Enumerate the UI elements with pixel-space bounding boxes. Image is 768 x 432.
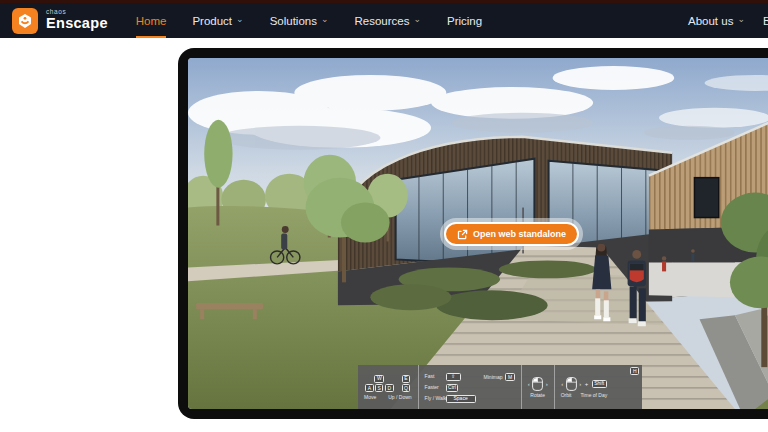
nav-item-label: About us	[688, 15, 733, 27]
chevron-down-icon: ⌄	[321, 14, 329, 24]
rotate-label: Rotate	[530, 393, 545, 398]
open-button-label: Open web standalone	[473, 229, 566, 239]
fly-walk-label: Fly / Walk	[425, 396, 443, 401]
key-q: Q	[402, 384, 411, 392]
mouse-left-button-icon	[566, 377, 577, 391]
viewport-3d-render[interactable]: Open web standalone H W A S D	[188, 58, 768, 409]
nav-item-home[interactable]: Home	[136, 3, 167, 38]
main-navigation: chaos Enscape Home Product ⌄ Solutions ⌄…	[0, 3, 768, 38]
nav-item-pricing[interactable]: Pricing	[447, 3, 482, 38]
nav-item-product[interactable]: Product ⌄	[192, 3, 243, 38]
chaos-logo-icon	[12, 8, 38, 34]
arrow-left-icon: ‹	[561, 381, 563, 387]
chevron-down-icon: ⌄	[737, 14, 745, 24]
arrow-right-icon: ›	[546, 381, 548, 387]
nav-links: Home Product ⌄ Solutions ⌄ Resources ⌄ P…	[136, 3, 482, 38]
logo-wordmark: chaos Enscape	[46, 9, 108, 31]
nav-item-solutions[interactable]: Solutions ⌄	[270, 3, 329, 38]
up-down-label: Up / Down	[388, 395, 411, 400]
open-web-standalone-button[interactable]: Open web standalone	[444, 222, 579, 246]
move-label: Move	[364, 395, 376, 400]
key-space: Space	[446, 395, 476, 403]
nav-item-label: Home	[136, 15, 167, 27]
orbit-label: Orbit	[561, 393, 572, 398]
key-w: W	[374, 375, 384, 383]
key-e: E	[402, 375, 411, 383]
key-d: D	[385, 384, 394, 392]
chaos-enscape-logo[interactable]: chaos Enscape	[12, 8, 108, 34]
external-link-icon	[457, 229, 468, 240]
nav-item-blog[interactable]: Blog	[763, 3, 768, 38]
arrow-left-icon: ‹	[528, 381, 530, 387]
mouse-left-button-icon	[532, 377, 543, 391]
logo-enscape-text: Enscape	[46, 16, 108, 31]
controls-hint-overlay: H W A S D E Q	[358, 365, 642, 409]
plus-sign: +	[585, 381, 589, 387]
chevron-down-icon: ⌄	[413, 14, 421, 24]
time-of-day-label: Time of Day	[581, 393, 608, 398]
minimap-label: Minimap	[484, 375, 503, 380]
nav-item-label: Solutions	[270, 15, 317, 27]
key-s: S	[375, 384, 383, 392]
nav-item-label: Pricing	[447, 15, 482, 27]
nav-item-resources[interactable]: Resources ⌄	[354, 3, 421, 38]
faster-label: Faster	[425, 385, 443, 390]
nav-item-label: Resources	[354, 15, 409, 27]
nav-item-label: Product	[192, 15, 232, 27]
key-shift: Shift	[592, 380, 607, 388]
nav-item-label: Blog	[763, 15, 768, 27]
key-m: M	[505, 373, 514, 381]
monitor-frame: Open web standalone H W A S D	[178, 48, 768, 419]
key-ctrl: Ctrl	[446, 384, 459, 392]
chevron-down-icon: ⌄	[236, 14, 244, 24]
shift-key-icon: ⇧	[446, 373, 461, 381]
key-h: H	[630, 367, 639, 375]
fast-label: Fast	[425, 374, 443, 379]
nav-item-about-us[interactable]: About us ⌄	[688, 3, 745, 38]
controls-section-rotate: ‹ › Rotate	[521, 365, 554, 409]
key-a: A	[365, 384, 373, 392]
arrow-right-icon: ›	[579, 381, 581, 387]
nav-links-right: About us ⌄ Blog	[688, 3, 768, 38]
controls-section-speed: Fast ⇧ Faster Ctrl Fly / Walk Space	[418, 365, 521, 409]
enscape-homepage: chaos Enscape Home Product ⌄ Solutions ⌄…	[0, 0, 768, 432]
controls-section-move: W A S D E Q Move	[358, 365, 418, 409]
controls-section-orbit: ‹ › + Shift	[554, 365, 614, 409]
